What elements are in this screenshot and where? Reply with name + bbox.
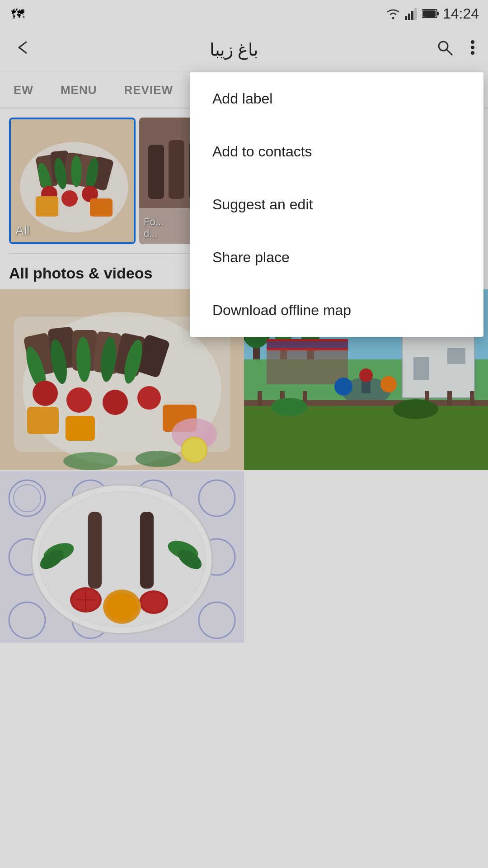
- dropdown-menu: Add label Add to contacts Suggest an edi…: [190, 72, 483, 337]
- menu-item-download-offline[interactable]: Download offline map: [190, 284, 483, 337]
- menu-item-share-place[interactable]: Share place: [190, 231, 483, 284]
- menu-item-suggest-edit[interactable]: Suggest an edit: [190, 178, 483, 231]
- menu-item-add-label[interactable]: Add label: [190, 72, 483, 125]
- menu-item-add-contacts[interactable]: Add to contacts: [190, 125, 483, 178]
